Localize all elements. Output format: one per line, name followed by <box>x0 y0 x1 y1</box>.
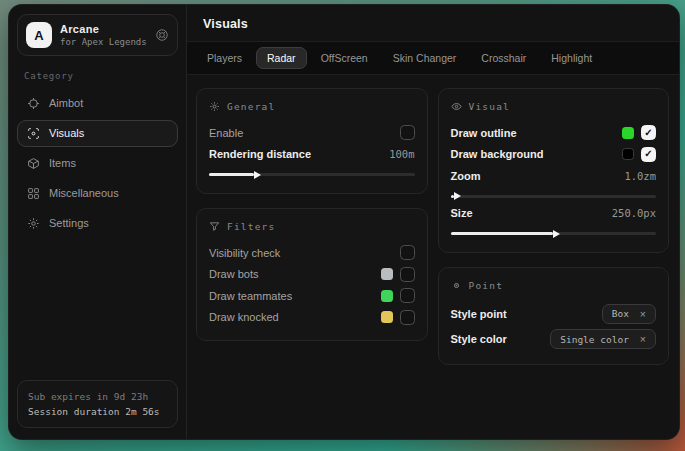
size-value: 250.0px <box>612 207 656 219</box>
size-row: Size 250.0px <box>451 203 657 225</box>
sidebar-item-label: Visuals <box>49 127 84 139</box>
size-slider[interactable] <box>451 232 657 235</box>
slider-fill <box>451 232 554 235</box>
draw-background-checkbox[interactable]: ✓ <box>641 147 656 162</box>
draw-outline-checkbox[interactable]: ✓ <box>641 125 656 140</box>
sidebar-item-items[interactable]: Items <box>17 150 178 177</box>
rendering-distance-value: 100m <box>389 148 414 160</box>
crosshair-icon <box>27 97 40 110</box>
page-title: Visuals <box>187 5 679 42</box>
visibility-check-row: Visibility check <box>209 242 415 264</box>
sidebar-item-label: Miscellaneous <box>49 187 119 199</box>
general-card-header: General <box>209 98 415 122</box>
section-title: General <box>227 101 275 112</box>
sidebar-item-miscellaneous[interactable]: Miscellaneous <box>17 180 178 207</box>
draw-background-color-swatch[interactable] <box>622 148 634 160</box>
style-point-row: Style point Box × <box>451 301 657 327</box>
enable-label: Enable <box>209 127 243 139</box>
draw-knocked-checkbox[interactable] <box>400 310 415 325</box>
draw-outline-color-swatch[interactable] <box>622 127 634 139</box>
package-icon <box>27 157 40 170</box>
rendering-distance-slider[interactable] <box>209 173 415 176</box>
app-header-card: A Arcane for Apex Legends <box>17 14 178 56</box>
close-icon[interactable]: × <box>640 309 646 320</box>
enable-checkbox[interactable] <box>400 125 415 140</box>
size-label: Size <box>451 207 473 219</box>
tab-skin-changer[interactable]: Skin Changer <box>382 47 468 69</box>
rendering-distance-row: Rendering distance 100m <box>209 144 415 166</box>
draw-bots-row: Draw bots <box>209 264 415 286</box>
app-header-text: Arcane for Apex Legends <box>60 23 147 47</box>
slider-fill <box>209 173 254 176</box>
sidebar-item-label: Settings <box>49 217 89 229</box>
sidebar-item-settings[interactable]: Settings <box>17 210 178 237</box>
tab-crosshair[interactable]: Crosshair <box>470 47 537 69</box>
section-title: Visual <box>469 101 511 112</box>
eye-scan-icon <box>27 127 40 140</box>
draw-teammates-color-swatch[interactable] <box>381 290 393 302</box>
draw-outline-label: Draw outline <box>451 127 517 139</box>
draw-background-row: Draw background ✓ <box>451 144 657 166</box>
point-card: Point Style point Box × Style color Sing… <box>438 267 670 365</box>
draw-bots-checkbox[interactable] <box>400 267 415 282</box>
tab-highlight[interactable]: Highlight <box>540 47 603 69</box>
check-icon: ✓ <box>644 149 652 159</box>
sidebar-item-visuals[interactable]: Visuals <box>17 120 178 147</box>
draw-bots-color-swatch[interactable] <box>381 268 393 280</box>
app-logo: A <box>26 22 52 48</box>
enable-row: Enable <box>209 122 415 144</box>
lifebuoy-icon[interactable] <box>155 28 169 42</box>
style-color-label: Style color <box>451 333 507 345</box>
grid-icon <box>27 187 40 200</box>
draw-teammates-checkbox[interactable] <box>400 288 415 303</box>
session-duration-text: Session duration 2m 56s <box>28 405 167 419</box>
draw-teammates-label: Draw teammates <box>209 290 292 302</box>
tab-bar: Players Radar OffScreen Skin Changer Cro… <box>187 42 679 75</box>
zoom-label: Zoom <box>451 170 481 182</box>
app-subtitle: for Apex Legends <box>60 37 147 47</box>
section-title: Point <box>469 280 504 291</box>
funnel-icon <box>209 221 220 232</box>
tab-radar[interactable]: Radar <box>256 47 307 69</box>
slider-fill <box>451 195 454 198</box>
tab-players[interactable]: Players <box>196 47 253 69</box>
app-window: A Arcane for Apex Legends Category Aimbo… <box>8 4 680 440</box>
filters-card: Filters Visibility check Draw bots <box>196 208 428 341</box>
draw-knocked-label: Draw knocked <box>209 311 279 323</box>
draw-knocked-color-swatch[interactable] <box>381 311 393 323</box>
style-color-select[interactable]: Single color × <box>550 329 656 349</box>
session-info-card: Sub expires in 9d 23h Session duration 2… <box>17 380 178 428</box>
visual-card-header: Visual <box>451 98 657 122</box>
draw-teammates-row: Draw teammates <box>209 285 415 307</box>
point-card-header: Point <box>451 277 657 301</box>
close-icon[interactable]: × <box>640 334 646 345</box>
section-title: Filters <box>227 221 275 232</box>
style-point-value: Box <box>612 308 629 319</box>
sidebar-item-label: Aimbot <box>49 97 83 109</box>
gear-icon <box>209 101 220 112</box>
content: General Enable Rendering distance 100m <box>187 75 679 439</box>
style-point-select[interactable]: Box × <box>602 304 656 324</box>
sidebar: A Arcane for Apex Legends Category Aimbo… <box>9 5 187 439</box>
sidebar-item-aimbot[interactable]: Aimbot <box>17 90 178 117</box>
visibility-check-label: Visibility check <box>209 247 280 259</box>
tab-offscreen[interactable]: OffScreen <box>310 47 379 69</box>
right-column: Visual Draw outline ✓ Draw background <box>438 88 670 365</box>
rendering-distance-label: Rendering distance <box>209 148 311 160</box>
draw-bots-label: Draw bots <box>209 268 259 280</box>
draw-knocked-row: Draw knocked <box>209 307 415 329</box>
category-label: Category <box>24 71 171 81</box>
style-color-value: Single color <box>560 334 629 345</box>
style-color-row: Style color Single color × <box>451 327 657 353</box>
zoom-slider[interactable] <box>451 195 657 198</box>
sidebar-item-label: Items <box>49 157 76 169</box>
main-area: Visuals Players Radar OffScreen Skin Cha… <box>187 5 679 439</box>
app-logo-letter: A <box>34 28 43 43</box>
visibility-check-checkbox[interactable] <box>400 245 415 260</box>
draw-outline-row: Draw outline ✓ <box>451 122 657 144</box>
general-card: General Enable Rendering distance 100m <box>196 88 428 194</box>
gear-icon <box>27 217 40 230</box>
zoom-row: Zoom 1.0zm <box>451 165 657 187</box>
visual-card: Visual Draw outline ✓ Draw background <box>438 88 670 253</box>
left-column: General Enable Rendering distance 100m <box>196 88 428 341</box>
